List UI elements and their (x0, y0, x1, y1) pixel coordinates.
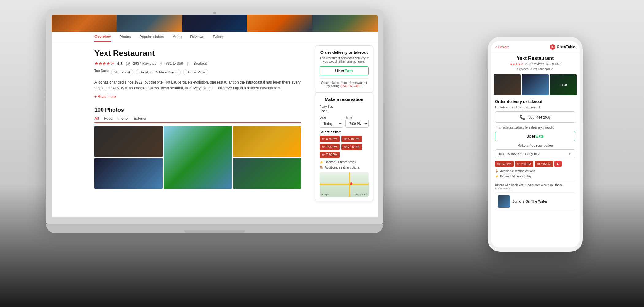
time-715pm[interactable]: 🍽 7:15 PM (341, 144, 362, 150)
nav-menu[interactable]: Menu (172, 32, 182, 41)
date-time-row: Date Today Time 7:00 PM (320, 116, 369, 128)
booked-row: ⚡ Booked 74 times today (320, 161, 369, 164)
hero-img-5 (312, 15, 378, 32)
uber-text: Uber (335, 68, 344, 73)
map-pin: 📍 (348, 182, 354, 188)
rating-number: 4.5 (117, 61, 123, 66)
nav-photos[interactable]: Photos (119, 32, 131, 41)
photo-3[interactable] (233, 126, 301, 157)
lightning-icon: ⚡ (320, 161, 323, 164)
phone-uber-button[interactable]: Uber Eats (495, 131, 575, 141)
time-select[interactable]: 7:00 PM (345, 120, 369, 128)
nav-reviews[interactable]: Reviews (190, 32, 204, 41)
phone-cuisine: Seafood • Fort Lauderdale (491, 68, 580, 71)
laptop-base (46, 224, 383, 233)
laptop-device: Overview Photos Popular dishes Menu Revi… (46, 9, 383, 249)
delivery-title: Order delivery or takeout (320, 50, 369, 55)
nav-popular-dishes[interactable]: Popular dishes (140, 32, 164, 41)
tag-scenic[interactable]: Scenic View (183, 69, 208, 75)
phone-screen: < Explore OT OpenTable Yext Restaurant ★… (491, 41, 580, 247)
time-630pm[interactable]: 🍽 6:30 PM (320, 136, 340, 142)
cuisine: Seafood (194, 61, 207, 66)
phone-additional-text: Additional seating options (500, 169, 535, 173)
nav-twitter[interactable]: Twitter (213, 32, 224, 41)
party-size-label: Party Size (320, 105, 369, 108)
photo-tab-food[interactable]: Food (104, 116, 112, 122)
tag-waterfront[interactable]: Waterfront (111, 69, 133, 75)
reservation-title: Make a reservation (320, 97, 369, 102)
uber-eats-button[interactable]: Uber Eats (320, 66, 369, 75)
hero-images (52, 15, 378, 32)
phone-restaurant-name: Yext Restaurant (491, 52, 580, 62)
phone-content: < Explore OT OpenTable Yext Restaurant ★… (491, 41, 580, 247)
rating-row: ★★★★½ 4.5 💬 2937 Reviews 🖨 $31 to $50 🍴 … (94, 61, 301, 66)
phone-reservation-select[interactable]: Mon, 5/18/2020 · Party of 2 ▼ (495, 149, 575, 158)
opentable-text: OpenTable (557, 45, 575, 49)
phone-photo-1[interactable] (494, 74, 521, 95)
map-area[interactable]: 📍 Google Map data © (320, 172, 369, 197)
phone-more-overlay[interactable]: + 100 (550, 74, 577, 95)
rating-stars: ★★★★½ (94, 61, 114, 66)
reservation-box: Make a reservation Party Size For 2 Date… (315, 92, 373, 201)
time-column: Time 7:00 PM (345, 116, 369, 128)
laptop-body: Overview Photos Popular dishes Menu Revi… (46, 9, 383, 224)
time-730pm[interactable]: 🍽 7:30 PM (320, 152, 340, 158)
phone-photo-2[interactable] (522, 74, 549, 95)
restaurant-phone[interactable]: (954) 566-2855 (340, 84, 361, 88)
restaurant-title: Yext Restaurant (94, 49, 301, 58)
date-select[interactable]: Today (320, 120, 343, 128)
takeout-text: Order takeout from this restaurant by ca… (320, 81, 369, 88)
tags-row: Top Tags: Waterfront Great For Outdoor D… (94, 69, 301, 75)
time-700pm[interactable]: 🍽 7:00 PM (320, 144, 340, 150)
photo-5[interactable] (233, 158, 301, 189)
hero-img-4 (247, 15, 312, 32)
photo-4[interactable] (94, 158, 163, 189)
phone-device: < Explore OT OpenTable Yext Restaurant ★… (488, 37, 583, 252)
map-data-label: Map data © (355, 193, 367, 196)
phone-time-buttons: 🍽 6:45 PM 🍽 7:00 PM 🍽 7:15 PM ▶ (491, 161, 580, 167)
phone-related-restaurant[interactable]: Juniors On The Water (495, 192, 575, 210)
phone-related-name: Juniors On The Water (512, 200, 547, 203)
phone-review-count: 2,937 reviews (525, 62, 544, 66)
phone-time-more[interactable]: ▶ (554, 161, 562, 167)
phone-time-700[interactable]: 🍽 7:00 PM (515, 161, 534, 167)
main-content: Yext Restaurant ★★★★½ 4.5 💬 2937 Reviews… (52, 42, 378, 217)
phone-time-715[interactable]: 🍽 7:15 PM (535, 161, 553, 167)
phone-price: $31 to $50 (546, 62, 560, 66)
nav-overview[interactable]: Overview (94, 32, 111, 42)
hero-img-1 (52, 15, 117, 32)
read-more-link[interactable]: + Read more (94, 95, 116, 99)
select-time-label: Select a time: (320, 130, 369, 134)
time-label: Time (345, 116, 369, 119)
booked-text: Booked 74 times today (325, 161, 356, 164)
time-645pm[interactable]: 🍽 6:45 PM (341, 136, 362, 142)
left-column: Yext Restaurant ★★★★½ 4.5 💬 2937 Reviews… (52, 42, 310, 217)
phone-related-img (498, 195, 510, 208)
hero-img-3 (182, 15, 247, 32)
date-label: Date (320, 116, 343, 119)
phone-time-645[interactable]: 🍽 6:45 PM (495, 161, 514, 167)
phone-photos-row: + 100 (491, 74, 580, 95)
eats-text: Eats (344, 68, 353, 73)
phone-back-button[interactable]: < Explore (495, 45, 509, 49)
phone-additional-seating[interactable]: 🪑 Additional seating options (491, 169, 580, 173)
phone-photo-3[interactable]: + 100 (550, 74, 577, 95)
photo-1[interactable] (94, 126, 163, 157)
time-buttons: 🍽 6:30 PM 🍽 6:45 PM 🍽 7:00 PM 🍽 7:15 PM … (320, 136, 369, 158)
photo-tab-all[interactable]: All (94, 116, 99, 123)
photo-2[interactable] (164, 126, 232, 189)
phone-call-button[interactable]: 📞 (888) 444-2988 (495, 111, 575, 123)
opentable-logo: OT OpenTable (550, 44, 575, 50)
photos-section-title: 100 Photos (94, 107, 301, 113)
phone-number: (888) 444-2988 (527, 115, 550, 119)
photo-tab-exterior[interactable]: Exterior (134, 116, 146, 122)
photo-tabs: All Food Interior Exterior (94, 116, 301, 123)
tag-outdoor[interactable]: Great For Outdoor Dining (136, 69, 181, 75)
right-column: Order delivery or takeout This restauran… (310, 42, 378, 217)
phone-header: < Explore OT OpenTable (491, 41, 580, 52)
tags-label: Top Tags: (94, 69, 109, 75)
additional-row[interactable]: 🪑 Additional seating options (320, 166, 369, 169)
photo-tab-interior[interactable]: Interior (117, 116, 129, 122)
party-size-value: For 2 (320, 109, 369, 113)
phone-divider (495, 181, 575, 181)
